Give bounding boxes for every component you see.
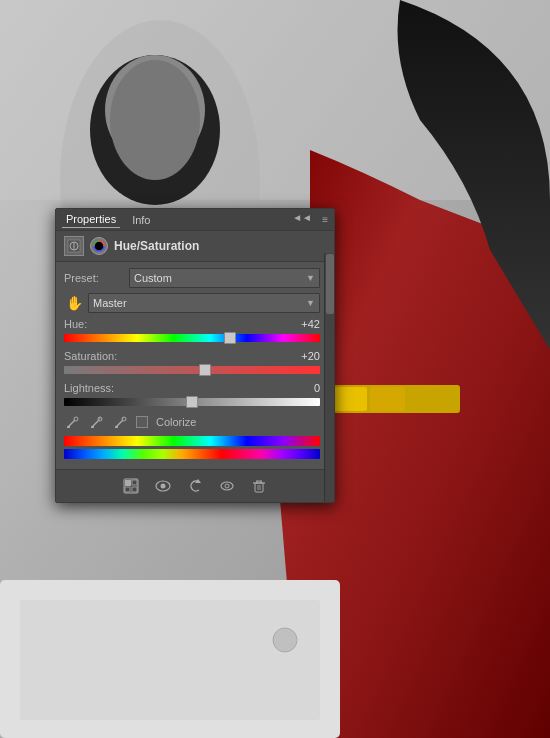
svg-point-33 (161, 484, 166, 489)
panel-collapse-arrows[interactable]: ◄◄ (292, 212, 312, 223)
svg-rect-37 (255, 483, 263, 492)
add-adjustment-button[interactable] (120, 475, 142, 497)
panel-body: Preset: Custom ▼ ✋ Master ▼ Hue: +42 (56, 262, 334, 469)
saturation-thumb[interactable] (199, 364, 211, 376)
hue-value: +42 (290, 318, 320, 330)
lightness-slider[interactable] (64, 396, 320, 408)
svg-text:+: + (98, 416, 102, 421)
preset-dropdown-arrow: ▼ (306, 273, 315, 283)
lightness-section: Lightness: 0 (64, 382, 320, 408)
svg-rect-10 (20, 600, 320, 720)
saturation-label: Saturation: (64, 350, 117, 362)
panel-menu-icon[interactable]: ≡ (322, 214, 328, 225)
channel-row: ✋ Master ▼ (64, 293, 320, 313)
svg-point-17 (74, 417, 78, 421)
panel-footer (56, 469, 334, 502)
eyedropper-plus-icon[interactable]: + (88, 414, 104, 430)
spectrum-bar-bottom (64, 449, 320, 459)
svg-rect-29 (132, 480, 137, 485)
eyedropper-icon[interactable] (64, 414, 80, 430)
spectrum-bar-top (64, 436, 320, 446)
properties-panel: ◄◄ Properties Info ≡ Hue/Saturation (55, 208, 335, 503)
saturation-value: +20 (290, 350, 320, 362)
hue-bar (64, 334, 320, 342)
panel-scrollbar[interactable] (324, 253, 334, 502)
channel-dropdown[interactable]: Master ▼ (88, 293, 320, 313)
lightness-header: Lightness: 0 (64, 382, 320, 394)
svg-point-35 (221, 482, 233, 490)
colorize-checkbox[interactable] (136, 416, 148, 428)
delete-button[interactable] (248, 475, 270, 497)
view-button[interactable] (216, 475, 238, 497)
channel-value: Master (93, 297, 127, 309)
channel-dropdown-arrow: ▼ (306, 298, 315, 308)
panel-tabs: ◄◄ Properties Info (62, 211, 155, 228)
saturation-slider[interactable] (64, 364, 320, 376)
adjustment-layer-icon (64, 236, 84, 256)
scroll-thumb[interactable] (326, 254, 334, 314)
lightness-value: 0 (290, 382, 320, 394)
svg-rect-22 (91, 426, 94, 428)
svg-line-23 (116, 420, 123, 427)
tab-properties[interactable]: Properties (62, 211, 120, 228)
spectrum-bars (64, 436, 320, 459)
colorize-row: + - Colorize (64, 414, 320, 430)
svg-rect-30 (125, 487, 130, 492)
eyedropper-minus-icon[interactable]: - (112, 414, 128, 430)
panel-titlebar: ◄◄ Properties Info ≡ (56, 209, 334, 231)
panel-controls: ≡ (322, 214, 328, 225)
hue-label: Hue: (64, 318, 87, 330)
preset-dropdown[interactable]: Custom ▼ (129, 268, 320, 288)
visibility-toggle-button[interactable] (152, 475, 174, 497)
preset-label: Preset: (64, 272, 129, 284)
lightness-label: Lightness: (64, 382, 114, 394)
reset-button[interactable] (184, 475, 206, 497)
saturation-header: Saturation: +20 (64, 350, 320, 362)
svg-rect-18 (67, 426, 70, 428)
panel-title: Hue/Saturation (114, 239, 199, 253)
svg-rect-5 (370, 387, 405, 411)
svg-line-16 (68, 420, 75, 427)
hue-section: Hue: +42 (64, 318, 320, 344)
tab-info[interactable]: Info (128, 212, 154, 228)
saturation-bar (64, 366, 320, 374)
saturation-section: Saturation: +20 (64, 350, 320, 376)
panel-header: Hue/Saturation (56, 231, 334, 262)
svg-point-8 (110, 60, 200, 180)
svg-rect-31 (132, 487, 137, 492)
hue-sat-icon (90, 237, 108, 255)
lightness-bar (64, 398, 320, 406)
svg-rect-4 (332, 387, 367, 411)
lightness-thumb[interactable] (186, 396, 198, 408)
svg-point-11 (273, 628, 297, 652)
preset-row: Preset: Custom ▼ (64, 268, 320, 288)
svg-rect-26 (115, 426, 118, 428)
svg-point-36 (225, 484, 229, 488)
preset-value: Custom (134, 272, 172, 284)
hue-slider[interactable] (64, 332, 320, 344)
hue-header: Hue: +42 (64, 318, 320, 330)
svg-rect-28 (125, 480, 131, 486)
hue-thumb[interactable] (224, 332, 236, 344)
colorize-label: Colorize (156, 416, 196, 428)
svg-line-19 (92, 420, 99, 427)
hand-tool-icon[interactable]: ✋ (64, 293, 84, 313)
